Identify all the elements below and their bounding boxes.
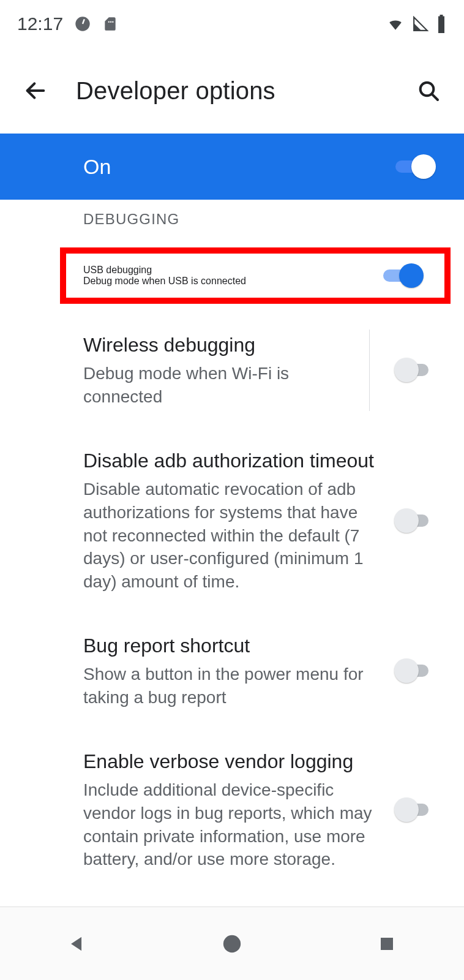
setting-subtitle: Disable automatic revocation of adb auth…: [83, 478, 381, 594]
back-button[interactable]: [21, 76, 50, 105]
vertical-divider: [369, 330, 370, 411]
nav-back-button[interactable]: [40, 925, 114, 962]
dnd-icon: [74, 15, 91, 32]
master-toggle-row[interactable]: On: [0, 134, 464, 200]
bug-report-shortcut-switch[interactable]: [395, 658, 435, 683]
setting-subtitle: Include additional device-specific vendo…: [83, 778, 381, 871]
setting-title: USB debugging: [83, 265, 369, 276]
svg-rect-6: [381, 938, 393, 950]
nav-recent-button[interactable]: [350, 925, 424, 962]
nav-home-button[interactable]: [195, 925, 269, 962]
setting-title: Wireless debugging: [83, 332, 354, 358]
svg-line-4: [432, 94, 438, 100]
master-toggle-switch[interactable]: [395, 154, 435, 179]
nav-bar: [0, 907, 464, 980]
svg-point-5: [223, 935, 241, 952]
setting-usb-debugging[interactable]: USB debugging Debug mode when USB is con…: [60, 247, 451, 304]
content: On DEBUGGING USB debugging Debug mode wh…: [0, 134, 464, 907]
setting-bug-report-shortcut[interactable]: Bug report shortcut Show a button in the…: [0, 613, 464, 729]
sd-card-icon: [102, 15, 118, 32]
setting-subtitle: Debug mode when USB is connected: [83, 276, 369, 287]
setting-wireless-debugging[interactable]: Wireless debugging Debug mode when Wi-Fi…: [0, 312, 464, 428]
app-bar: Developer options: [0, 48, 464, 134]
setting-subtitle: Show a button in the power menu for taki…: [83, 663, 381, 709]
wifi-icon: [386, 16, 405, 32]
setting-subtitle: Debug mode when Wi-Fi is connected: [83, 362, 354, 409]
usb-debugging-switch[interactable]: [383, 263, 422, 288]
battery-icon: [436, 15, 447, 33]
setting-title: Enable verbose vendor logging: [83, 748, 381, 775]
setting-disable-adb-timeout[interactable]: Disable adb authorization timeout Disabl…: [0, 428, 464, 613]
page-title: Developer options: [76, 77, 388, 105]
wireless-debugging-switch[interactable]: [395, 358, 435, 382]
section-header-debugging: DEBUGGING: [0, 200, 464, 239]
verbose-vendor-logging-switch[interactable]: [395, 797, 435, 822]
disable-adb-timeout-switch[interactable]: [395, 508, 435, 533]
setting-verbose-vendor-logging[interactable]: Enable verbose vendor logging Include ad…: [0, 729, 464, 891]
setting-mock-location[interactable]: Select mock location app No mock locatio…: [0, 891, 464, 907]
setting-title: Bug report shortcut: [83, 633, 381, 659]
signal-icon: [411, 16, 430, 32]
status-time: 12:17: [17, 13, 63, 34]
status-right: [386, 15, 447, 33]
search-button[interactable]: [414, 76, 443, 105]
status-left: 12:17: [17, 13, 118, 34]
master-toggle-label: On: [83, 155, 395, 179]
status-bar: 12:17: [0, 0, 464, 48]
setting-title: Disable adb authorization timeout: [83, 448, 381, 474]
